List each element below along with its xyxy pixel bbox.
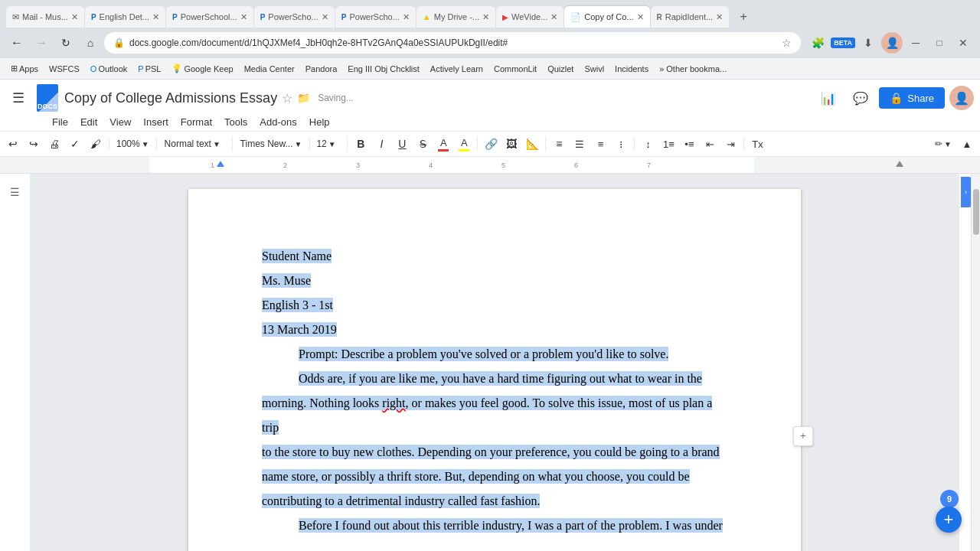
bookmark-gkeep[interactable]: 💡 Google Keep — [167, 62, 237, 75]
bookmark-incidents[interactable]: Incidents — [610, 63, 653, 75]
add-comment-float-button[interactable]: + — [793, 426, 813, 446]
notification-badge[interactable]: 9 — [940, 490, 959, 508]
tab-wevideo-close[interactable]: ✕ — [550, 12, 557, 22]
bookmark-engobj[interactable]: Eng III Obj Chcklist — [343, 63, 424, 75]
tab-wevideo[interactable]: ▶ WeVide... ✕ — [496, 6, 564, 28]
font-size-dropdown[interactable]: 12 ▼ — [313, 137, 344, 151]
forward-button[interactable]: → — [31, 32, 52, 54]
tab-ps3-close[interactable]: ✕ — [403, 12, 410, 22]
bookmark-star-icon[interactable]: ☆ — [782, 37, 792, 49]
menu-edit[interactable]: Edit — [74, 113, 103, 131]
tab-ps2[interactable]: P PowerScho... ✕ — [254, 6, 335, 28]
strikethrough-button[interactable]: S̶ — [413, 134, 433, 154]
home-button[interactable]: ⌂ — [80, 32, 101, 54]
docs-folder-icon[interactable]: 📁 — [297, 92, 310, 104]
spellcheck-button[interactable]: ✓ — [65, 134, 85, 154]
menu-view[interactable]: View — [103, 113, 137, 131]
tab-mail-close[interactable]: ✕ — [71, 12, 78, 22]
clear-format-button[interactable]: Tx — [747, 134, 767, 154]
right-margin-marker[interactable] — [896, 161, 903, 167]
back-button[interactable]: ← — [6, 32, 28, 54]
bookmark-outlook[interactable]: O Outlook — [86, 63, 132, 75]
text-color-button[interactable]: A — [433, 134, 453, 154]
paint-format-button[interactable]: 🖌 — [86, 134, 106, 154]
bookmark-wsfcs[interactable]: WSFCS — [44, 63, 84, 75]
collapse-toolbar-button[interactable]: ▲ — [957, 134, 977, 154]
insert-drawing-button[interactable]: 📐 — [522, 134, 542, 154]
tab-ps3[interactable]: P PowerScho... ✕ — [335, 6, 416, 28]
align-center-button[interactable]: ☰ — [570, 134, 590, 154]
bookmark-activelylearn[interactable]: Actively Learn — [426, 63, 488, 75]
bookmark-quizlet[interactable]: Quizlet — [543, 63, 578, 75]
decrease-indent-button[interactable]: ⇤ — [700, 134, 720, 154]
comments-icon[interactable]: 💬 — [847, 84, 874, 112]
font-dropdown[interactable]: Times New... ▼ — [236, 137, 307, 151]
address-bar[interactable]: 🔒 docs.google.com/document/d/1hQJXMef4_J… — [104, 32, 801, 54]
user-avatar[interactable]: 👤 — [949, 86, 974, 110]
docs-title[interactable]: Copy of College Admissions Essay — [64, 90, 277, 106]
increase-indent-button[interactable]: ⇥ — [720, 134, 740, 154]
menu-format[interactable]: Format — [175, 113, 218, 131]
zoom-dropdown[interactable]: 100% ▼ — [113, 136, 153, 152]
minimize-button[interactable]: ─ — [905, 32, 926, 54]
left-indent-marker[interactable] — [217, 161, 224, 167]
tab-rapidident-close[interactable]: ✕ — [716, 12, 723, 22]
menu-tools[interactable]: Tools — [218, 113, 253, 131]
bookmark-mediacenter[interactable]: Media Center — [240, 63, 299, 75]
tab-mail[interactable]: ✉ Mail - Mus... ✕ — [6, 6, 84, 28]
bookmark-more[interactable]: » Other bookma... — [655, 63, 731, 75]
reload-button[interactable]: ↻ — [55, 32, 77, 54]
insert-image-button[interactable]: 🖼 — [501, 134, 521, 154]
downloads-icon[interactable]: ⬇ — [858, 32, 879, 54]
menu-insert[interactable]: Insert — [137, 113, 175, 131]
align-right-button[interactable]: ≡ — [590, 134, 610, 154]
insert-link-button[interactable]: 🔗 — [481, 134, 501, 154]
scrollbar-thumb[interactable] — [973, 189, 979, 235]
profile-icon[interactable]: 👤 — [881, 32, 903, 54]
tab-ps2-close[interactable]: ✕ — [322, 12, 328, 22]
bookmark-swivl[interactable]: Swivl — [580, 63, 609, 75]
italic-button[interactable]: I — [371, 134, 391, 154]
tab-ps1-close[interactable]: ✕ — [240, 12, 247, 22]
menu-file[interactable]: File — [46, 113, 74, 131]
bulleted-list-button[interactable]: •≡ — [679, 134, 699, 154]
tab-rapidident[interactable]: R RapidIdent... ✕ — [651, 6, 730, 28]
outline-icon[interactable]: ☰ — [6, 183, 24, 201]
editing-mode-button[interactable]: ✏ ▼ — [930, 137, 956, 151]
extensions-icon[interactable]: 🧩 — [807, 32, 828, 54]
bookmark-apps[interactable]: ⊞ Apps — [6, 62, 43, 75]
menu-addons[interactable]: Add-ons — [253, 113, 302, 131]
highlight-color-button[interactable]: A — [454, 134, 474, 154]
close-button[interactable]: ✕ — [952, 32, 974, 54]
tab-english-close[interactable]: ✕ — [152, 12, 159, 22]
print-button[interactable]: 🖨 — [44, 134, 64, 154]
tab-copyof-close[interactable]: ✕ — [637, 12, 644, 22]
tab-english[interactable]: P English Det... ✕ — [85, 6, 165, 28]
doc-scroll-area[interactable]: Student Name Ms. Muse English 3 - 1st 13… — [31, 174, 959, 551]
docs-hamburger-icon[interactable]: ☰ — [6, 86, 31, 110]
line-spacing-button[interactable]: ↕ — [638, 134, 658, 154]
menu-help[interactable]: Help — [303, 113, 336, 131]
right-panel-toggle[interactable]: › — [961, 177, 972, 207]
align-left-button[interactable]: ≡ — [549, 134, 569, 154]
share-button[interactable]: 🔒 Share — [879, 87, 945, 109]
maximize-button[interactable]: □ — [929, 32, 950, 54]
redo-button[interactable]: ↪ — [24, 134, 44, 154]
style-dropdown[interactable]: Normal text ▼ — [160, 137, 229, 151]
justify-button[interactable]: ⫶ — [611, 134, 631, 154]
docs-star-icon[interactable]: ☆ — [282, 91, 292, 106]
underline-button[interactable]: U — [392, 134, 412, 154]
tab-copyof[interactable]: 📄 Copy of Co... ✕ — [564, 6, 649, 28]
vertical-scrollbar[interactable] — [971, 174, 980, 551]
bookmark-pandora[interactable]: Pandora — [301, 63, 342, 75]
bookmark-commonlit[interactable]: CommonLit — [489, 63, 541, 75]
bold-button[interactable]: B — [351, 134, 371, 154]
bookmark-psl[interactable]: P PSL — [133, 63, 165, 75]
activity-dashboard-icon[interactable]: 📊 — [815, 84, 842, 112]
new-tab-button[interactable]: + — [733, 6, 754, 28]
tab-ps1[interactable]: P PowerSchool... ✕ — [166, 6, 253, 28]
tab-mydrive[interactable]: ▲ My Drive -... ✕ — [416, 6, 495, 28]
add-comment-button[interactable]: + — [936, 507, 962, 533]
undo-button[interactable]: ↩ — [3, 134, 23, 154]
numbered-list-button[interactable]: 1≡ — [658, 134, 678, 154]
